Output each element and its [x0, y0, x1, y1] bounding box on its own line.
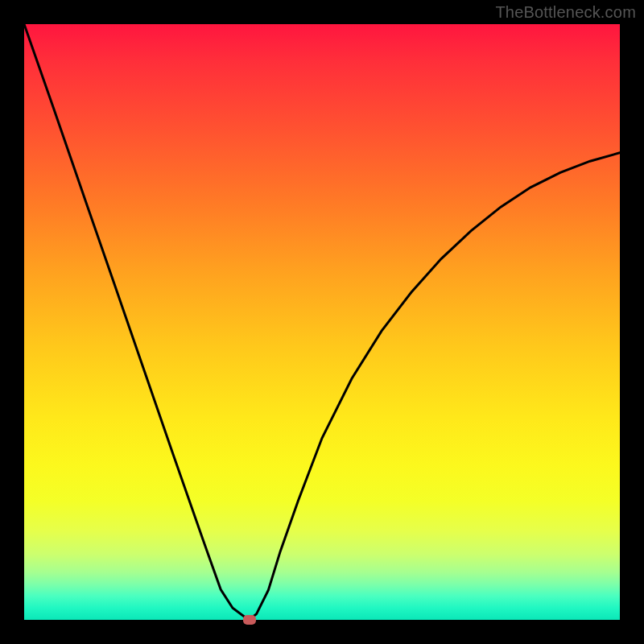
optimal-point-marker: [243, 615, 256, 625]
chart-plot-area: [24, 24, 620, 620]
watermark-text: TheBottleneck.com: [495, 3, 636, 22]
bottleneck-curve: [24, 24, 620, 620]
